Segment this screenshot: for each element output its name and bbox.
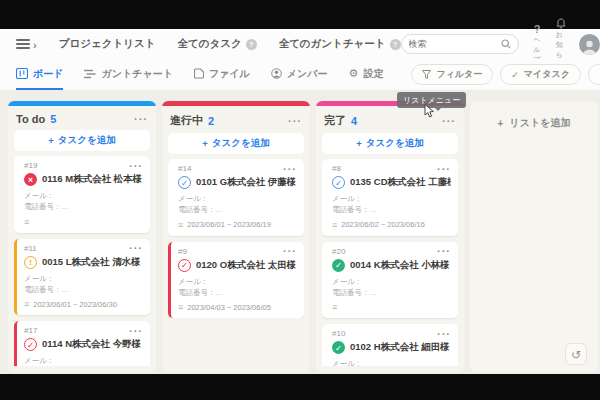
task-card[interactable]: #14 0101 G株式会社 伊藤様 メール：電話番号：… 2023/06/01… <box>168 159 304 236</box>
card-menu-icon[interactable] <box>437 247 451 255</box>
date-range: 2023/06/02 ~ 2023/06/16 <box>341 220 425 229</box>
tab-board-label: ボード <box>33 67 63 81</box>
task-id: #11 <box>24 244 37 253</box>
task-id: #19 <box>24 161 37 170</box>
nav-all-tasks-label: 全てのタスク <box>177 37 241 51</box>
add-task-button[interactable]: タスクを追加 <box>322 133 458 154</box>
search-input[interactable] <box>409 39 501 49</box>
status-done-icon <box>332 259 345 272</box>
card-menu-icon[interactable] <box>283 247 297 255</box>
task-card[interactable]: #17 0114 N株式会社 今野様 メール：電話番号：… 2023/05/22… <box>14 321 150 366</box>
task-title: 0014 K株式会社 小林様 <box>350 259 450 272</box>
tel-label: 電話番号：… <box>332 287 451 298</box>
task-card[interactable]: #19 0116 M株式会社 松本様 メール：電話番号：… <box>14 156 150 233</box>
task-id: #17 <box>24 326 37 335</box>
task-title: 0116 M株式会社 松本様 <box>42 173 142 186</box>
tab-members[interactable]: メンバー <box>271 59 328 90</box>
tab-files[interactable]: ファイル <box>194 59 250 90</box>
task-title: 0101 G株式会社 伊藤様 <box>196 176 296 189</box>
description-icon <box>24 217 29 227</box>
card-menu-icon[interactable] <box>129 162 143 170</box>
card-list: #8 0135 CD株式会社 工藤様 メール：電話番号：… 2023/06/02… <box>322 159 458 366</box>
card-menu-icon[interactable] <box>129 244 143 252</box>
check-icon <box>511 70 519 80</box>
plus-icon <box>356 138 362 149</box>
column-in-progress: 進行中 2 タスクを追加 #14 0101 G株式会社 伊藤様 メール：電話番号… <box>162 101 310 372</box>
column-header: 進行中 2 <box>168 111 304 128</box>
task-id: #8 <box>332 164 341 173</box>
card-list: #19 0116 M株式会社 松本様 メール：電話番号：… #11 0015 L… <box>14 156 150 366</box>
tab-gantt[interactable]: ガントチャート <box>84 59 172 90</box>
status-overdue-icon <box>24 173 37 186</box>
task-card[interactable]: #9 0120 O株式会社 太田様 メール：電話番号：… 2023/04/03 … <box>168 242 304 319</box>
column-menu-icon[interactable] <box>134 115 148 123</box>
my-task-button[interactable]: マイタスク <box>500 64 581 85</box>
top-header: プロジェクトリスト 全てのタスク 全てのガントチャート ヘルプ お知らせ <box>0 29 600 59</box>
account-menu-button[interactable] <box>579 34 600 55</box>
column-title: To do <box>16 113 45 125</box>
status-check-icon <box>332 176 345 189</box>
date-range: 2023/06/01 ~ 2023/06/30 <box>33 300 117 309</box>
add-list-button[interactable]: リストを追加 <box>498 116 571 130</box>
add-task-button[interactable]: タスクを追加 <box>14 130 150 151</box>
task-card[interactable]: #20 0014 K株式会社 小林様 メール：電話番号：… <box>322 242 458 319</box>
bell-icon <box>556 18 566 29</box>
chevron-right-icon <box>33 35 37 53</box>
hamburger-icon <box>16 39 30 49</box>
card-menu-icon[interactable] <box>129 327 143 335</box>
tab-board[interactable]: ボード <box>16 59 63 90</box>
task-id: #9 <box>178 247 187 256</box>
column-menu-icon[interactable] <box>288 117 302 125</box>
tel-label: 電話番号：… <box>24 284 143 295</box>
column-header: To do 5 <box>14 111 150 125</box>
column-count: 4 <box>351 115 357 127</box>
calendar-icon <box>178 302 183 312</box>
card-menu-icon[interactable] <box>283 165 297 173</box>
filter-button[interactable]: フィルター <box>411 64 493 85</box>
history-button[interactable] <box>565 343 587 365</box>
task-title: 0102 H株式会社 細田様 <box>350 341 450 354</box>
help-badge-icon[interactable] <box>246 39 257 50</box>
task-card[interactable]: #11 0015 L株式会社 清水様 メール：電話番号：… 2023/06/01… <box>14 239 150 316</box>
view-toolbar: ボード ガントチャート ファイル メンバー 設定 <box>0 59 600 91</box>
tab-settings-label: 設定 <box>363 67 383 81</box>
board-icon <box>16 68 28 79</box>
column-title: 完了 <box>324 113 346 128</box>
hamburger-menu-button[interactable] <box>16 35 37 53</box>
nav-project-list[interactable]: プロジェクトリスト <box>59 37 156 51</box>
status-done-icon <box>332 341 345 354</box>
column-menu-icon[interactable] <box>442 117 456 125</box>
task-card[interactable]: #8 0135 CD株式会社 工藤様 メール：電話番号：… 2023/06/02… <box>322 159 458 236</box>
plus-icon <box>202 138 208 149</box>
plus-icon <box>498 118 504 129</box>
card-menu-icon[interactable] <box>437 330 451 338</box>
view-tabs: ボード ガントチャート ファイル メンバー 設定 <box>16 59 404 90</box>
task-title: 0015 L株式会社 清水様 <box>42 256 141 269</box>
status-check-icon <box>178 259 191 272</box>
help-badge-icon[interactable] <box>390 39 401 50</box>
column-body: 進行中 2 タスクを追加 #14 0101 G株式会社 伊藤様 メール：電話番号… <box>162 106 310 372</box>
tab-settings[interactable]: 設定 <box>349 59 384 90</box>
column-title: 進行中 <box>170 113 203 128</box>
status-due-soon-icon <box>24 256 37 269</box>
help-icon <box>534 24 541 34</box>
column-body: 完了 4 タスクを追加 #8 0135 CD株式会社 工藤様 メール：電話番号：… <box>316 106 464 372</box>
history-icon <box>571 347 581 362</box>
following-button[interactable]: フォロー中 <box>588 64 600 85</box>
settings-icon <box>349 68 359 79</box>
file-icon <box>194 68 204 79</box>
task-card[interactable]: #10 0102 H株式会社 細田様 メール：電話番号：… <box>322 324 458 366</box>
task-id: #10 <box>332 329 345 338</box>
search-box[interactable] <box>401 34 519 54</box>
column-todo: To do 5 タスクを追加 #19 0116 M株式会社 松本様 メール：電話… <box>8 101 156 372</box>
plus-icon <box>48 135 54 146</box>
nav-all-tasks[interactable]: 全てのタスク <box>177 37 256 51</box>
add-task-label: タスクを追加 <box>58 134 116 147</box>
add-task-button[interactable]: タスクを追加 <box>168 133 304 154</box>
nav-all-gantt[interactable]: 全てのガントチャート <box>279 37 401 51</box>
tel-label: 電話番号：… <box>178 287 297 298</box>
calendar-icon <box>332 220 337 230</box>
task-id: #14 <box>178 164 191 173</box>
card-menu-icon[interactable] <box>437 165 451 173</box>
mail-label: メール： <box>178 276 297 287</box>
